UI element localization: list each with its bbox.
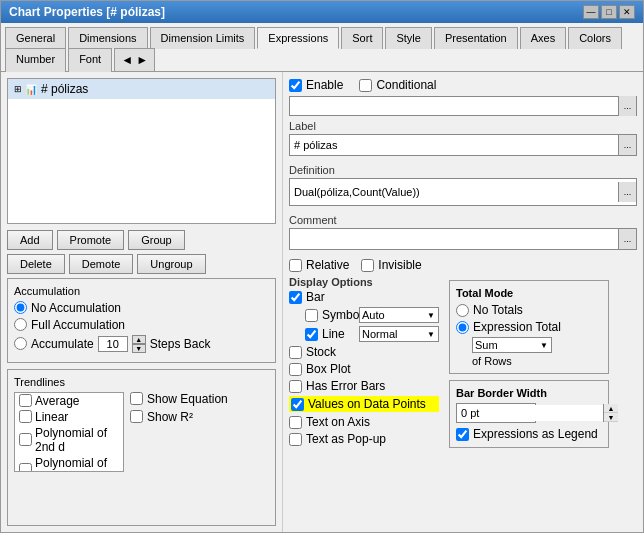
bar-border-box: Bar Border Width ▲ ▼ Expressions as Lege… xyxy=(449,380,609,448)
tab-presentation[interactable]: Presentation xyxy=(434,27,518,49)
sum-row: Sum xyxy=(472,337,602,353)
expressions-as-legend-checkbox[interactable] xyxy=(456,428,469,441)
has-error-bars-checkbox[interactable] xyxy=(289,380,302,393)
text-on-axis-checkbox[interactable] xyxy=(289,416,302,429)
promote-button[interactable]: Promote xyxy=(57,230,125,250)
accumulation-title: Accumulation xyxy=(14,285,269,297)
values-on-data-points-checkbox[interactable] xyxy=(291,398,304,411)
bar-border-input[interactable] xyxy=(457,405,603,421)
accumulate-radio[interactable] xyxy=(14,337,27,350)
title-bar: Chart Properties [# pólizas] — □ ✕ xyxy=(1,1,643,23)
tabs-row: General Dimensions Dimension Limits Expr… xyxy=(1,23,643,72)
tab-dimensions[interactable]: Dimensions xyxy=(68,27,147,49)
display-options-group: Display Options Bar Symbol Auto xyxy=(289,276,439,446)
action-buttons-row2: Delete Demote Ungroup xyxy=(7,254,276,274)
enable-row: Enable Conditional xyxy=(289,78,637,92)
steps-up-button[interactable]: ▲ xyxy=(132,335,146,344)
title-bar-buttons: — □ ✕ xyxy=(583,5,635,19)
list-item[interactable]: Polynomial of 3rd d xyxy=(15,455,123,472)
text-as-popup-checkbox[interactable] xyxy=(289,433,302,446)
definition-field: ... xyxy=(289,178,637,206)
tab-number[interactable]: Number xyxy=(5,48,66,72)
expression-item[interactable]: ⊞ 📊 # pólizas xyxy=(8,79,275,99)
enable-checkbox[interactable] xyxy=(289,79,302,92)
invisible-checkbox[interactable] xyxy=(361,259,374,272)
tab-colors[interactable]: Colors xyxy=(568,27,622,49)
add-button[interactable]: Add xyxy=(7,230,53,250)
list-item[interactable]: Polynomial of 2nd d xyxy=(15,425,123,455)
definition-input[interactable] xyxy=(290,184,618,200)
tab-expressions[interactable]: Expressions xyxy=(257,27,339,49)
no-accumulation-radio[interactable] xyxy=(14,301,27,314)
main-content: ⊞ 📊 # pólizas Add Promote Group Delete D… xyxy=(1,72,643,532)
window-title: Chart Properties [# pólizas] xyxy=(9,5,165,19)
tab-general[interactable]: General xyxy=(5,27,66,49)
bar-border-field: ▲ ▼ xyxy=(456,403,536,423)
full-accumulation-row: Full Accumulation xyxy=(14,318,269,332)
tab-font[interactable]: Font xyxy=(68,48,112,72)
comment-field-label: Comment xyxy=(289,214,637,226)
list-item[interactable]: Average xyxy=(15,393,123,409)
expression-label: # pólizas xyxy=(41,82,88,96)
conditional-input[interactable] xyxy=(290,98,618,114)
minimize-button[interactable]: — xyxy=(583,5,599,19)
show-equation-row: Show Equation xyxy=(130,392,228,406)
no-accumulation-row: No Accumulation xyxy=(14,301,269,315)
comment-input[interactable] xyxy=(290,231,618,247)
bar-checkbox[interactable] xyxy=(289,291,302,304)
show-r2-checkbox[interactable] xyxy=(130,410,143,423)
conditional-ellipsis-button[interactable]: ... xyxy=(618,96,636,116)
group-button[interactable]: Group xyxy=(128,230,185,250)
definition-field-label: Definition xyxy=(289,164,637,176)
stock-checkbox[interactable] xyxy=(289,346,302,359)
box-plot-checkbox[interactable] xyxy=(289,363,302,376)
relative-checkbox[interactable] xyxy=(289,259,302,272)
show-r2-row: Show R² xyxy=(130,410,228,424)
accumulation-group: Accumulation No Accumulation Full Accumu… xyxy=(7,278,276,363)
tab-dimension-limits[interactable]: Dimension Limits xyxy=(150,27,256,49)
show-equation-checkbox[interactable] xyxy=(130,392,143,405)
demote-button[interactable]: Demote xyxy=(69,254,134,274)
steps-input[interactable] xyxy=(98,336,128,352)
conditional-label: Conditional xyxy=(376,78,436,92)
bar-check-label: Bar xyxy=(289,290,439,304)
definition-ellipsis-button[interactable]: ... xyxy=(618,182,636,202)
steps-down-button[interactable]: ▼ xyxy=(132,344,146,353)
tab-more-button[interactable]: ◄ ► xyxy=(114,48,155,71)
line-checkbox[interactable] xyxy=(305,328,318,341)
label-input[interactable] xyxy=(290,137,618,153)
no-totals-radio[interactable] xyxy=(456,304,469,317)
symbol-checkbox[interactable] xyxy=(305,309,318,322)
conditional-field: ... xyxy=(289,96,637,116)
label-field-label: Label xyxy=(289,120,637,132)
tab-axes[interactable]: Axes xyxy=(520,27,566,49)
expression-total-label: Expression Total xyxy=(456,320,602,334)
left-panel: ⊞ 📊 # pólizas Add Promote Group Delete D… xyxy=(1,72,283,532)
bar-border-down-button[interactable]: ▼ xyxy=(604,413,618,422)
tab-style[interactable]: Style xyxy=(385,27,431,49)
tab-sort[interactable]: Sort xyxy=(341,27,383,49)
line-select[interactable]: Normal xyxy=(359,326,439,342)
display-total-row: Display Options Bar Symbol Auto xyxy=(289,276,637,448)
label-field: ... xyxy=(289,134,637,156)
conditional-checkbox[interactable] xyxy=(359,79,372,92)
close-button[interactable]: ✕ xyxy=(619,5,635,19)
text-as-popup-check-label: Text as Pop-up xyxy=(289,432,439,446)
enable-check-label: Enable xyxy=(289,78,343,92)
full-accumulation-radio[interactable] xyxy=(14,318,27,331)
bar-border-up-button[interactable]: ▲ xyxy=(604,404,618,413)
comment-ellipsis-button[interactable]: ... xyxy=(618,229,636,249)
comment-field: ... xyxy=(289,228,637,250)
expression-total-radio[interactable] xyxy=(456,321,469,334)
sum-select[interactable]: Sum xyxy=(472,337,552,353)
delete-button[interactable]: Delete xyxy=(7,254,65,274)
list-item[interactable]: Linear xyxy=(15,409,123,425)
trendlines-group: Trendlines Average Linear Polynomial of … xyxy=(7,369,276,527)
line-check-label: Line xyxy=(305,327,355,341)
label-ellipsis-button[interactable]: ... xyxy=(618,135,636,155)
ungroup-button[interactable]: Ungroup xyxy=(137,254,205,274)
maximize-button[interactable]: □ xyxy=(601,5,617,19)
right-panel: Enable Conditional ... Label ... xyxy=(283,72,643,532)
expressions-as-legend-row: Expressions as Legend xyxy=(456,427,602,441)
symbol-select[interactable]: Auto xyxy=(359,307,439,323)
